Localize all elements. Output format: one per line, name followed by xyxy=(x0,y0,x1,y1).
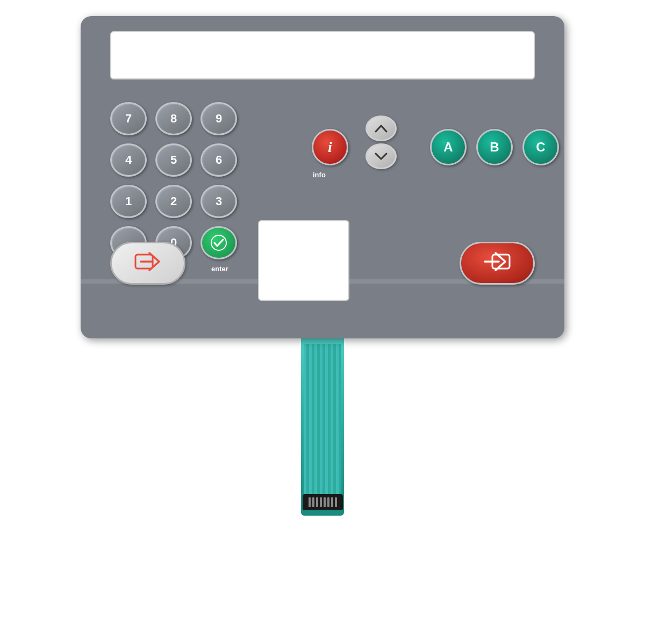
pin-4 xyxy=(320,497,322,507)
info-button[interactable]: i xyxy=(312,129,348,165)
info-icon: i xyxy=(328,139,332,156)
key-5[interactable]: 5 xyxy=(155,143,192,177)
key-3[interactable]: 3 xyxy=(200,185,237,218)
connector-pins xyxy=(309,497,337,507)
pin-5 xyxy=(324,497,326,507)
svg-point-0 xyxy=(211,235,226,250)
enter-label: enter xyxy=(211,265,228,273)
control-panel: 7 8 9 4 5 6 1 2 3 , 0 xyxy=(81,16,564,338)
button-a[interactable]: A xyxy=(430,129,467,165)
key-7[interactable]: 7 xyxy=(110,102,147,135)
pin-3 xyxy=(316,497,318,507)
pin-1 xyxy=(309,497,311,507)
display-screen xyxy=(110,31,535,79)
key-8[interactable]: 8 xyxy=(155,102,192,135)
page-wrapper: 7 8 9 4 5 6 1 2 3 , 0 xyxy=(0,0,645,644)
entry-arrow-icon xyxy=(134,250,161,276)
key-9[interactable]: 9 xyxy=(200,102,237,135)
abc-group: A B C xyxy=(430,129,559,165)
pin-6 xyxy=(327,497,329,507)
button-b[interactable]: B xyxy=(476,129,513,165)
card-reader-window xyxy=(258,220,349,301)
device-container: 7 8 9 4 5 6 1 2 3 , 0 xyxy=(81,16,564,516)
ribbon-cable xyxy=(301,338,344,516)
entry-button[interactable] xyxy=(110,242,185,285)
pin-8 xyxy=(335,497,337,507)
key-6[interactable]: 6 xyxy=(200,143,237,177)
key-4[interactable]: 4 xyxy=(110,143,147,177)
nav-group xyxy=(366,115,397,169)
enter-button[interactable] xyxy=(200,226,237,259)
key-1[interactable]: 1 xyxy=(110,185,147,218)
nav-up-button[interactable] xyxy=(366,115,397,141)
ribbon-connector xyxy=(303,494,343,510)
key-2[interactable]: 2 xyxy=(155,185,192,218)
exit-button[interactable] xyxy=(460,242,535,285)
pin-7 xyxy=(331,497,333,507)
button-c[interactable]: C xyxy=(522,129,559,165)
nav-down-button[interactable] xyxy=(366,143,397,169)
numpad: 7 8 9 4 5 6 1 2 3 , 0 xyxy=(110,102,239,261)
exit-arrow-icon xyxy=(484,250,511,276)
ribbon-segment xyxy=(304,344,341,494)
pin-2 xyxy=(312,497,314,507)
info-label: info xyxy=(313,171,326,179)
